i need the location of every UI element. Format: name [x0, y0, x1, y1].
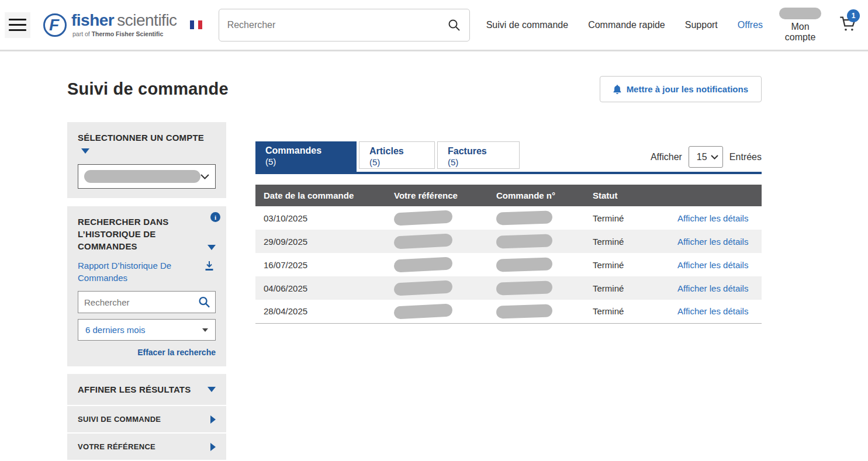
search-icon[interactable] [448, 19, 461, 32]
nav-support[interactable]: Support [685, 20, 718, 30]
orders-content: Commandes (5) Articles (5) Factures (5) … [255, 122, 762, 324]
tab-label: Factures [448, 145, 519, 157]
order-history-report-link[interactable]: Rapport D’historique De Commandes [78, 259, 199, 284]
refine-results-title: AFFINER LES RÉSULTATS [78, 383, 191, 396]
tab-label: Articles [369, 145, 434, 157]
view-details-link[interactable]: Afficher les détails [677, 213, 748, 223]
table-row: 04/06/2025 Terminé Afficher les détails [255, 276, 762, 300]
entries-suffix-label: Entrées [729, 152, 762, 162]
order-date: 28/04/2025 [255, 300, 386, 323]
order-date: 03/10/2025 [255, 206, 386, 230]
chevron-down-icon[interactable] [208, 387, 216, 392]
logo-tagline: part of Thermo Fisher Scientific [71, 30, 177, 37]
select-account-title: SÉLECTIONNER UN COMPTE [78, 131, 216, 156]
account-label: Mon compte [779, 22, 821, 43]
column-header-actions [669, 185, 762, 206]
chevron-down-icon[interactable] [81, 148, 89, 154]
chevron-down-icon[interactable] [208, 245, 216, 250]
order-date: 29/09/2025 [255, 230, 386, 253]
table-row: 28/04/2025 Terminé Afficher les détails [255, 300, 762, 323]
period-select[interactable]: 6 derniers mois [78, 319, 216, 341]
table-row: 29/09/2025 Terminé Afficher les détails [255, 230, 762, 253]
column-header-date: Date de la commande [255, 185, 386, 206]
nav-commande-rapide[interactable]: Commande rapide [588, 20, 665, 30]
redacted-order-number [496, 304, 553, 318]
search-icon[interactable] [198, 296, 210, 309]
redacted-order-number [496, 280, 553, 295]
caret-down-icon [202, 328, 208, 332]
hamburger-menu-icon[interactable] [5, 12, 30, 38]
tab-factures[interactable]: Factures (5) [437, 141, 520, 169]
order-status: Terminé [585, 230, 669, 253]
orders-table: Date de la commande Votre référence Comm… [255, 185, 762, 324]
cart-count-badge: 1 [847, 9, 860, 22]
tab-label: Commandes [265, 145, 357, 157]
view-details-link[interactable]: Afficher les détails [677, 260, 748, 270]
column-header-order-number: Commande n° [488, 185, 585, 206]
redacted-account-name [779, 8, 821, 19]
search-input[interactable] [219, 9, 470, 41]
filters-sidebar: SÉLECTIONNER UN COMPTE i RECHERCHER DANS… [67, 122, 226, 461]
update-notifications-button[interactable]: Mettre à jour les notifications [600, 76, 762, 102]
page-title: Suivi de commande [67, 79, 229, 99]
view-details-link[interactable]: Afficher les détails [677, 306, 748, 316]
cart-button[interactable]: 1 [839, 15, 857, 35]
view-details-link[interactable]: Afficher les détails [677, 283, 748, 293]
redacted-order-number [496, 257, 553, 272]
top-header: F fisherscientific part of Thermo Fisher… [0, 0, 868, 51]
order-status: Terminé [585, 300, 669, 323]
refine-results-panel[interactable]: AFFINER LES RÉSULTATS [67, 374, 226, 405]
show-entries-control: Afficher 15 Entrées [651, 146, 762, 168]
filter-label: VOTRE RÉFÉRENCE [78, 442, 155, 451]
order-date: 04/06/2025 [255, 276, 386, 300]
view-details-link[interactable]: Afficher les détails [677, 237, 748, 247]
chevron-right-icon [210, 443, 216, 451]
account-select[interactable] [78, 164, 216, 189]
nav-suivi-de-commande[interactable]: Suivi de commande [486, 20, 569, 30]
table-header-row: Date de la commande Votre référence Comm… [255, 185, 762, 206]
select-account-panel: SÉLECTIONNER UN COMPTE [67, 122, 226, 198]
column-header-status: Statut [585, 185, 669, 206]
tab-count: (5) [448, 157, 519, 167]
account-menu[interactable]: Mon compte [779, 8, 821, 43]
table-row: 03/10/2025 Terminé Afficher les détails [255, 206, 762, 230]
redacted-order-number [496, 234, 553, 248]
tab-count: (5) [265, 157, 357, 167]
filter-label: SUIVI DE COMMANDE [78, 415, 161, 424]
entries-count-select[interactable]: 15 [689, 146, 723, 168]
tab-strip: Commandes (5) Articles (5) Factures (5) … [255, 141, 762, 174]
tab-count: (5) [369, 157, 434, 167]
logo-f-icon: F [43, 13, 67, 37]
chevron-down-icon [200, 174, 209, 179]
filter-votre-reference[interactable]: VOTRE RÉFÉRENCE [67, 434, 226, 460]
table-row: 16/07/2025 Terminé Afficher les détails [255, 253, 762, 276]
global-search [219, 9, 470, 41]
period-value: 6 derniers mois [85, 325, 146, 335]
filter-suivi-de-commande[interactable]: SUIVI DE COMMANDE [67, 406, 226, 432]
logo-brand-bold: fisher [71, 11, 114, 29]
download-icon[interactable] [204, 261, 215, 271]
column-header-reference: Votre référence [386, 185, 488, 206]
order-status: Terminé [585, 276, 669, 300]
redacted-reference [393, 303, 452, 319]
redacted-reference [393, 233, 452, 249]
fisher-scientific-logo[interactable]: F fisherscientific part of Thermo Fisher… [43, 12, 177, 37]
order-status: Terminé [585, 253, 669, 276]
order-status: Terminé [585, 206, 669, 230]
tab-commandes[interactable]: Commandes (5) [255, 141, 357, 174]
redacted-reference [393, 280, 452, 296]
order-history-search-panel: i RECHERCHER DANS L’HISTORIQUE DE COMMAN… [67, 206, 226, 366]
entries-prefix-label: Afficher [651, 152, 682, 162]
clear-search-link[interactable]: Effacer la recherche [78, 348, 216, 357]
chevron-right-icon [210, 415, 216, 424]
order-history-title: RECHERCHER DANS L’HISTORIQUE DE COMMANDE… [78, 216, 200, 252]
top-navigation: Suivi de commande Commande rapide Suppor… [486, 20, 763, 30]
redacted-account-value [84, 170, 200, 183]
logo-brand-light: scientific [117, 11, 177, 29]
redacted-reference [393, 210, 452, 226]
nav-offres[interactable]: Offres [738, 20, 763, 30]
history-search-input[interactable] [78, 291, 216, 313]
redacted-order-number [496, 210, 553, 225]
french-flag-icon[interactable] [190, 20, 202, 29]
tab-articles[interactable]: Articles (5) [359, 141, 435, 169]
